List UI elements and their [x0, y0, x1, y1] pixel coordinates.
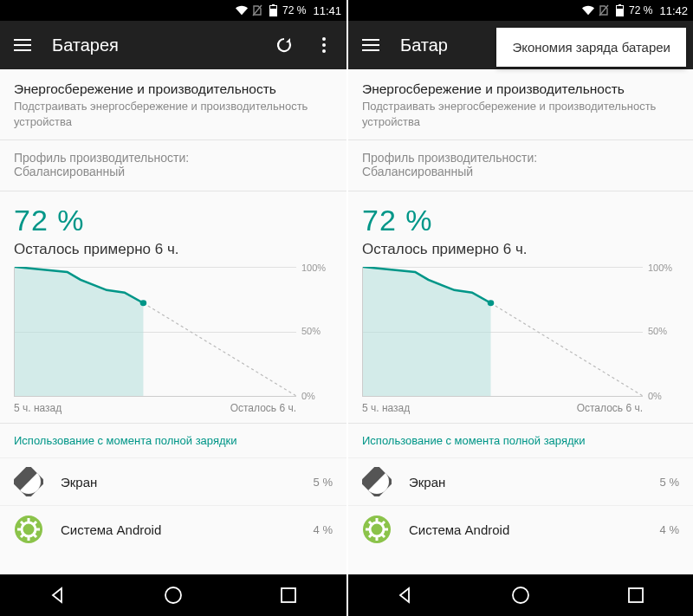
home-button[interactable]: [508, 583, 533, 607]
profile-section[interactable]: Профиль производительности: Сбалансирова…: [0, 140, 346, 191]
chart-x-labels: 5 ч. назад Осталось 6 ч.: [14, 397, 333, 418]
svg-rect-4: [14, 39, 31, 41]
brightness-icon: [14, 467, 43, 496]
battery-chart: 100% 50% 0%: [14, 267, 333, 397]
status-bar: 72 % 11:41: [0, 0, 346, 21]
wifi-icon: [236, 4, 248, 16]
y-label-0: 0%: [301, 391, 315, 401]
svg-rect-31: [362, 49, 379, 51]
app-bar: Батарея: [0, 21, 346, 69]
svg-rect-3: [269, 9, 276, 16]
svg-point-7: [322, 37, 326, 41]
battery-percent: 72 %: [14, 204, 333, 237]
perf-section[interactable]: Энергосбережение и производительность По…: [348, 69, 693, 140]
profile-value: Сбалансированный: [14, 165, 333, 178]
svg-point-11: [140, 300, 147, 306]
gear-icon: [362, 515, 392, 544]
no-sim-icon: [598, 4, 610, 16]
usage-pct: 4 %: [660, 523, 679, 536]
brightness-icon: [362, 467, 392, 496]
back-button[interactable]: [393, 583, 418, 607]
y-label-100: 100%: [648, 263, 672, 273]
svg-marker-32: [363, 267, 491, 396]
usage-pct: 5 %: [314, 476, 333, 489]
svg-point-9: [322, 49, 326, 53]
status-time: 11:41: [313, 4, 341, 17]
status-bar: 72 % 11:42: [348, 0, 693, 21]
battery-icon: [267, 4, 279, 16]
menu-icon[interactable]: [359, 33, 383, 57]
usage-label: Система Android: [409, 522, 643, 537]
nav-bar: [348, 574, 693, 616]
recents-button[interactable]: [624, 583, 648, 607]
usage-pct: 4 %: [314, 523, 333, 536]
y-label-50: 50%: [648, 326, 667, 336]
svg-rect-24: [282, 588, 295, 602]
usage-header: Использование с момента полной зарядки: [0, 424, 346, 457]
no-sim-icon: [251, 4, 263, 16]
profile-label: Профиль производительности:: [14, 151, 333, 165]
profile-value: Сбалансированный: [362, 165, 679, 178]
chart-svg: [15, 267, 296, 396]
x-label-right: Осталось 6 ч.: [577, 402, 643, 414]
page-title: Батарея: [52, 36, 272, 55]
recents-button[interactable]: [276, 583, 301, 607]
status-time: 11:42: [659, 4, 688, 17]
usage-row-screen[interactable]: Экран 5 %: [0, 457, 346, 505]
chart-x-labels: 5 ч. назад Осталось 6 ч.: [362, 397, 679, 418]
usage-header: Использование с момента полной зарядки: [348, 424, 693, 457]
refresh-icon[interactable]: [272, 33, 296, 57]
home-button[interactable]: [161, 583, 185, 607]
svg-rect-6: [14, 49, 31, 51]
svg-point-33: [488, 300, 495, 306]
overflow-menu-item[interactable]: Экономия заряда батареи: [496, 28, 686, 67]
nav-bar: [0, 574, 346, 616]
back-button[interactable]: [46, 583, 70, 607]
svg-rect-46: [629, 588, 643, 602]
y-label-50: 50%: [301, 326, 321, 336]
perf-title: Энергосбережение и производительность: [362, 81, 679, 97]
usage-row-android[interactable]: Система Android 4 %: [348, 505, 693, 553]
chart-svg: [363, 267, 643, 396]
wifi-icon: [582, 4, 594, 16]
perf-subtitle: Подстраивать энергосбережение и производ…: [362, 99, 679, 129]
chart-y-labels: 100% 50% 0%: [296, 267, 333, 397]
profile-label: Профиль производительности:: [362, 151, 679, 165]
popup-label: Экономия заряда батареи: [512, 40, 670, 55]
screen-left: 72 % 11:41 Батарея Энергосбережение и пр…: [0, 0, 346, 616]
usage-label: Экран: [61, 475, 296, 490]
gear-icon: [14, 515, 43, 544]
y-label-0: 0%: [648, 391, 662, 401]
usage-pct: 5 %: [660, 476, 679, 489]
perf-subtitle: Подстраивать энергосбережение и производ…: [14, 99, 333, 129]
overflow-icon[interactable]: [312, 33, 336, 57]
svg-point-23: [165, 587, 181, 603]
battery-icon: [613, 4, 625, 16]
y-label-100: 100%: [301, 263, 326, 273]
svg-rect-28: [616, 9, 623, 16]
usage-label: Экран: [409, 475, 643, 490]
profile-section[interactable]: Профиль производительности: Сбалансирова…: [348, 140, 693, 191]
usage-row-screen[interactable]: Экран 5 %: [348, 457, 693, 505]
chart-y-labels: 100% 50% 0%: [643, 267, 679, 397]
perf-section[interactable]: Энергосбережение и производительность По…: [0, 69, 346, 140]
usage-label: Система Android: [61, 522, 296, 537]
battery-block[interactable]: 72 % Осталось примерно 6 ч. 100% 50%: [0, 191, 346, 424]
svg-point-45: [513, 587, 528, 603]
x-label-left: 5 ч. назад: [14, 402, 62, 414]
status-battery-text: 72 %: [629, 4, 652, 16]
status-battery-text: 72 %: [282, 4, 306, 16]
x-label-right: Осталось 6 ч.: [230, 402, 296, 414]
menu-icon[interactable]: [10, 33, 35, 57]
x-label-left: 5 ч. назад: [362, 402, 410, 414]
battery-block[interactable]: 72 % Осталось примерно 6 ч. 100% 50%: [348, 191, 693, 424]
svg-rect-5: [14, 44, 31, 46]
svg-rect-30: [362, 44, 379, 46]
battery-remaining: Осталось примерно 6 ч.: [14, 241, 333, 258]
screen-right: 72 % 11:42 Батар Экономия заряда батареи…: [346, 0, 693, 616]
svg-rect-29: [362, 39, 379, 41]
usage-row-android[interactable]: Система Android 4 %: [0, 505, 346, 553]
content: Энергосбережение и производительность По…: [348, 69, 693, 574]
battery-percent: 72 %: [362, 204, 679, 237]
battery-chart: 100% 50% 0%: [362, 267, 679, 397]
